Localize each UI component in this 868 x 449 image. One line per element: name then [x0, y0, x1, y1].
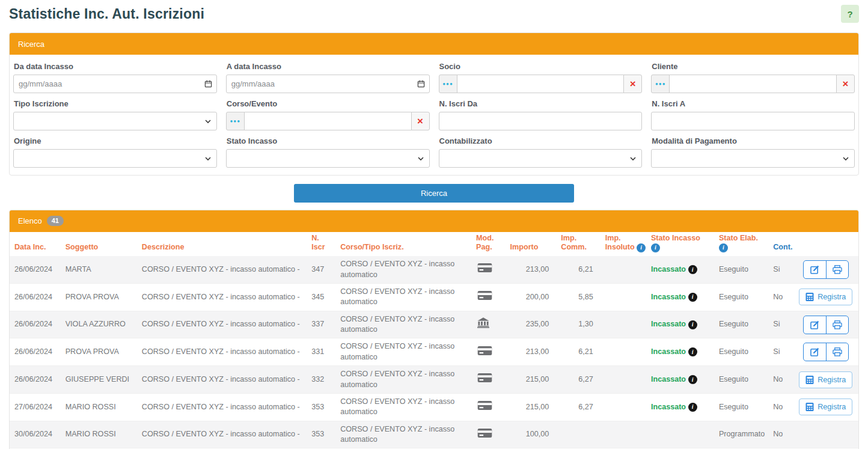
registra-button[interactable]: Registra — [799, 371, 852, 388]
search-field-corso-evento: Corso/Evento●●●× — [226, 99, 430, 130]
cell-text: Incassato — [651, 403, 686, 411]
cell-text: 6,21 — [578, 265, 593, 273]
credit-card-icon — [477, 290, 492, 301]
field-label: Stato Incasso — [227, 136, 430, 147]
search-submit-button[interactable]: Ricerca — [294, 184, 574, 203]
socio-lookup-button[interactable]: ●●● — [439, 75, 457, 93]
cell-stato-incasso: Incassato i — [646, 366, 714, 394]
modalit-di-pagamento-select[interactable] — [651, 149, 855, 168]
edit-button[interactable] — [804, 316, 826, 334]
cell-text: Si — [773, 320, 780, 328]
help-button[interactable]: ? — [841, 5, 859, 23]
registra-label: Registra — [818, 403, 846, 411]
cell-text: Si — [773, 265, 780, 273]
cell-stato-elab: Eseguito — [714, 366, 768, 394]
corso-evento-lookup-button[interactable]: ●●● — [226, 112, 245, 130]
field-label: A data Incasso — [227, 62, 430, 72]
cell-imp-comm: 6,27 — [556, 366, 600, 394]
cell-actions — [795, 256, 858, 283]
cell-imp-comm: 6,21 — [556, 256, 600, 283]
cell-text: No — [773, 293, 783, 301]
socio-input[interactable] — [457, 75, 625, 93]
field-label: Socio — [439, 62, 643, 72]
cell-text: Incassato — [651, 375, 686, 383]
calendar-icon[interactable] — [204, 80, 212, 88]
cell-text: 27/06/2024 — [14, 403, 52, 411]
cell-text: Incassato — [651, 293, 686, 301]
info-icon[interactable]: i — [688, 375, 697, 384]
stato-incasso-select[interactable] — [226, 149, 430, 168]
print-button[interactable] — [826, 261, 848, 278]
info-icon[interactable]: i — [651, 243, 660, 252]
registra-button[interactable]: Registra — [799, 399, 852, 415]
cell-descrizione: CORSO / EVENTO XYZ - incasso automatico … — [137, 283, 307, 311]
info-icon[interactable]: i — [637, 243, 646, 252]
field-label: Contabilizzato — [439, 136, 643, 147]
chevron-down-icon — [418, 157, 424, 160]
field-label: Cliente — [652, 62, 855, 72]
list-panel-header[interactable]: Elenco 41 — [10, 210, 858, 232]
cliente-input[interactable] — [669, 75, 837, 93]
cell-text: MARTA — [66, 265, 91, 273]
info-icon[interactable]: i — [688, 293, 697, 302]
corso-evento-clear-button[interactable]: × — [411, 112, 430, 130]
cell-n-iscr: 345 — [307, 283, 335, 311]
a-data-incasso-input[interactable] — [226, 75, 430, 93]
search-field-contabilizzato: Contabilizzato — [439, 136, 643, 168]
cell-corso: CORSO / EVENTO XYZ - incasso automatico — [335, 393, 471, 421]
edit-icon — [810, 320, 819, 329]
column-header-descrizione: Descrizione — [137, 232, 307, 256]
origine-select[interactable] — [13, 149, 217, 168]
cell-data-inc: 26/06/2024 — [10, 366, 61, 394]
cell-stato-incasso: Incassato i — [646, 283, 714, 311]
column-header-n_iscr: N.Iscr — [307, 232, 335, 256]
info-icon[interactable]: i — [688, 320, 697, 329]
cell-data-inc: 26/06/2024 — [10, 283, 61, 311]
n-iscri-da-input[interactable] — [439, 112, 643, 130]
info-icon[interactable]: i — [719, 243, 728, 252]
cell-stato-elab: Eseguito — [714, 338, 768, 366]
cell-soggetto: MARIO ROSSI — [61, 393, 137, 421]
cliente-clear-button[interactable]: × — [836, 75, 855, 93]
cell-imp-comm: 1,30 — [556, 311, 600, 338]
edit-button[interactable] — [804, 261, 826, 278]
calendar-icon[interactable] — [417, 80, 425, 88]
cell-cont: Si — [768, 256, 795, 283]
n-iscri-a-input[interactable] — [651, 112, 855, 130]
search-panel-header[interactable]: Ricerca — [10, 33, 858, 55]
column-header-stato_incasso: Stato Incassoi — [646, 232, 714, 256]
cell-data-inc: 26/06/2024 — [10, 338, 61, 366]
cell-corso: CORSO / EVENTO XYZ - incasso automatico — [335, 311, 471, 338]
cell-text: 353 — [311, 430, 324, 438]
calculator-icon — [805, 376, 814, 384]
cliente-lookup-button[interactable]: ●●● — [651, 75, 670, 93]
search-field-a-data-incasso: A data Incasso — [226, 62, 430, 93]
search-field-modalit-di-pagamento: Modalità di Pagamento — [651, 136, 855, 168]
cell-cont: No — [768, 283, 795, 311]
print-button[interactable] — [826, 316, 848, 334]
print-button[interactable] — [826, 343, 848, 361]
date-control — [13, 75, 217, 93]
cell-text: 331 — [311, 347, 324, 356]
cell-cont: No — [768, 393, 795, 421]
cell-soggetto: PROVA PROVA — [61, 338, 137, 366]
info-icon[interactable]: i — [688, 403, 697, 412]
corso-evento-input[interactable] — [244, 112, 412, 130]
cell-text: PROVA PROVA — [66, 347, 119, 356]
cell-text: CORSO / EVENTO XYZ - incasso automatico … — [142, 403, 300, 411]
edit-button[interactable] — [804, 343, 826, 361]
chevron-down-icon — [205, 120, 211, 123]
column-header-imp_insoluto: Imp.Insoluto i — [601, 232, 646, 256]
print-icon — [833, 347, 842, 356]
tipo-iscrizione-select[interactable] — [13, 112, 217, 130]
search-field-origine: Origine — [13, 136, 217, 168]
cell-actions — [795, 311, 858, 338]
socio-clear-button[interactable]: × — [623, 75, 642, 93]
column-header-stato_elab: Stato Elab.i — [714, 232, 768, 256]
info-icon[interactable]: i — [688, 347, 697, 356]
info-icon[interactable]: i — [688, 265, 697, 274]
cell-n-iscr: 353 — [307, 421, 335, 448]
registra-button[interactable]: Registra — [799, 289, 852, 305]
contabilizzato-select[interactable] — [439, 149, 643, 168]
da-data-incasso-input[interactable] — [13, 75, 217, 93]
